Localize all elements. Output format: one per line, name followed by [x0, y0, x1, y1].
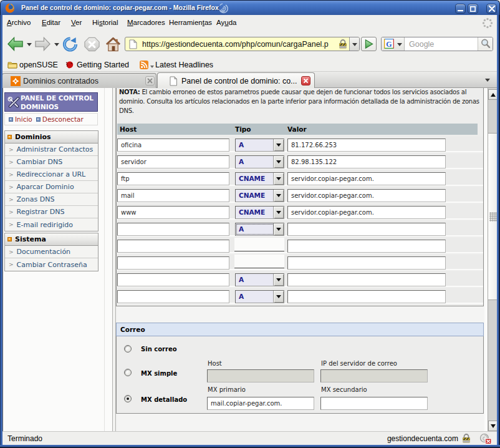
- sidebar-item-aparcar-dominio[interactable]: >Aparcar Dominio: [5, 181, 98, 193]
- tipo-select-arrow-button[interactable]: [273, 291, 284, 303]
- host-input[interactable]: [117, 273, 229, 286]
- maximize-button[interactable]: [468, 4, 478, 14]
- menu-historial[interactable]: Historial: [92, 19, 118, 26]
- tab-dominios-contratados[interactable]: Dominios contratados: [2, 73, 156, 88]
- menu-editar[interactable]: Editar: [42, 19, 60, 26]
- tipo-select[interactable]: CNAME: [235, 172, 284, 185]
- radio-mx-detallado[interactable]: [124, 395, 132, 402]
- scroll-down-button[interactable]: [488, 421, 497, 431]
- link-inicio[interactable]: Inicio: [15, 115, 32, 123]
- valor-input[interactable]: [287, 290, 446, 303]
- tipo-select[interactable]: A: [235, 290, 284, 303]
- status-lock-icon[interactable]: [461, 434, 471, 443]
- label-mx-primario: MX primario: [208, 386, 246, 393]
- sidebar-item-administrar-contactos[interactable]: >Administrar Contactos: [5, 144, 98, 156]
- link-desconectar[interactable]: Desconectar: [42, 115, 84, 123]
- section-header-dominios[interactable]: Dominios: [5, 131, 98, 144]
- search-input[interactable]: Google: [405, 40, 478, 49]
- tipo-select[interactable]: A: [235, 223, 284, 236]
- host-input[interactable]: [117, 256, 229, 270]
- url-text[interactable]: https://gestiondecuenta.com/php/comun/ca…: [142, 40, 338, 49]
- sidebar-item-label: Aparcar Dominio: [17, 183, 74, 191]
- search-engine-selector[interactable]: G: [382, 37, 405, 51]
- home-button[interactable]: [105, 36, 122, 52]
- reload-button[interactable]: [62, 36, 79, 52]
- tipo-select-arrow-button[interactable]: [273, 173, 284, 185]
- section-header-sistema[interactable]: Sistema: [5, 233, 98, 246]
- valor-input[interactable]: [287, 240, 446, 253]
- host-input[interactable]: servidor: [117, 155, 229, 168]
- sidebar-item-documentaci-n[interactable]: >Documentación: [5, 246, 98, 258]
- sidebar-item-cambiar-contrase-a[interactable]: >Cambiar Contraseña: [5, 258, 98, 271]
- tipo-select[interactable]: CNAME: [235, 189, 284, 202]
- back-button[interactable]: [7, 36, 24, 52]
- input-mx-simple-ip[interactable]: [320, 369, 428, 382]
- tab1-close-button[interactable]: [145, 76, 155, 85]
- tipo-select[interactable]: A: [235, 139, 284, 152]
- menu-archivo[interactable]: Archivo: [7, 19, 31, 26]
- forward-button[interactable]: [34, 36, 51, 52]
- valor-input[interactable]: servidor.copiar-pegar.com.: [287, 189, 446, 202]
- tipo-select[interactable]: CNAME: [235, 206, 284, 219]
- valor-input[interactable]: servidor.copiar-pegar.com.: [287, 206, 446, 219]
- tipo-select-arrow-button[interactable]: [273, 207, 284, 218]
- tipo-select-arrow-button[interactable]: [273, 156, 284, 168]
- sidebar-item-redireccionar-a-url[interactable]: >Redireccionar a URL: [5, 168, 98, 181]
- tab-list-dropdown[interactable]: [483, 77, 493, 84]
- minimize-button[interactable]: [455, 4, 466, 14]
- host-input[interactable]: ftp: [117, 172, 229, 185]
- bookmark-getting-started[interactable]: Getting Started: [65, 59, 129, 70]
- radio-mx-simple[interactable]: [124, 369, 132, 376]
- menu-ayuda[interactable]: Ayuda: [216, 19, 236, 26]
- sidebar-item-cambiar-dns[interactable]: >Cambiar DNS: [5, 156, 98, 168]
- tipo-select-arrow-button[interactable]: [273, 190, 284, 202]
- tipo-select-arrow-button[interactable]: [273, 139, 284, 151]
- url-bar[interactable]: https://gestiondecuenta.com/php/comun/ca…: [125, 37, 360, 51]
- radio-sin-correo[interactable]: [124, 345, 132, 353]
- tipo-select[interactable]: A: [235, 155, 284, 168]
- bookmark-opensuse[interactable]: openSUSE: [7, 59, 58, 70]
- sidebar-item-e-mail-redirigido[interactable]: >E-mail redirigido: [5, 218, 98, 231]
- tipo-select-collapsed[interactable]: [234, 238, 284, 251]
- host-input[interactable]: [117, 290, 229, 303]
- bookmark-latest-headlines[interactable]: Latest Headlines: [139, 59, 213, 70]
- url-history-dropdown[interactable]: [349, 37, 359, 51]
- input-mx-simple-host[interactable]: [207, 369, 314, 382]
- vertical-scrollbar[interactable]: [488, 88, 497, 431]
- valor-input[interactable]: 81.172.66.253: [287, 139, 446, 152]
- tipo-select[interactable]: A: [235, 273, 284, 286]
- menu-herramientas[interactable]: Herramientas: [169, 19, 212, 26]
- go-button[interactable]: [361, 37, 377, 51]
- menu-ver[interactable]: Ver: [71, 19, 82, 26]
- back-dropdown-caret[interactable]: [27, 43, 32, 46]
- forward-dropdown-caret[interactable]: [54, 43, 59, 46]
- valor-input[interactable]: servidor.copiar-pegar.com.: [287, 172, 446, 185]
- scrollbar-thumb[interactable]: [488, 133, 497, 300]
- valor-input[interactable]: 82.98.135.122: [287, 155, 446, 168]
- valor-input[interactable]: [287, 273, 446, 286]
- host-input[interactable]: [117, 223, 229, 236]
- host-input[interactable]: oficina: [117, 139, 229, 152]
- sidebar-item-registrar-dns[interactable]: >Registrar DNS: [5, 206, 98, 218]
- host-input[interactable]: [117, 240, 229, 253]
- input-mx-secundario[interactable]: [320, 397, 428, 410]
- valor-input[interactable]: [287, 256, 446, 270]
- tab-panel-de-control[interactable]: Panel de control de dominio: co...: [157, 72, 315, 88]
- tipo-select-arrow-button[interactable]: [273, 223, 284, 235]
- tipo-select-arrow-button[interactable]: [273, 274, 284, 286]
- arrow-down-icon: [491, 424, 496, 428]
- host-input[interactable]: www: [117, 206, 229, 219]
- search-box[interactable]: G Google: [381, 37, 493, 51]
- valor-input[interactable]: [287, 223, 446, 236]
- input-mx-primario[interactable]: mail.copiar-pegar.com.: [207, 397, 314, 410]
- sidebar-item-zonas-dns[interactable]: >Zonas DNS: [5, 193, 98, 206]
- search-submit[interactable]: [478, 37, 493, 51]
- menu-marcadores[interactable]: Marcadores: [127, 19, 165, 26]
- scroll-up-button[interactable]: [488, 89, 497, 100]
- close-button[interactable]: [486, 4, 497, 14]
- tipo-select-collapsed[interactable]: [234, 255, 284, 268]
- stop-button[interactable]: [84, 36, 100, 52]
- status-extension-icon[interactable]: [479, 433, 492, 444]
- host-input[interactable]: mail: [117, 189, 229, 202]
- tab2-close-button[interactable]: [301, 76, 310, 85]
